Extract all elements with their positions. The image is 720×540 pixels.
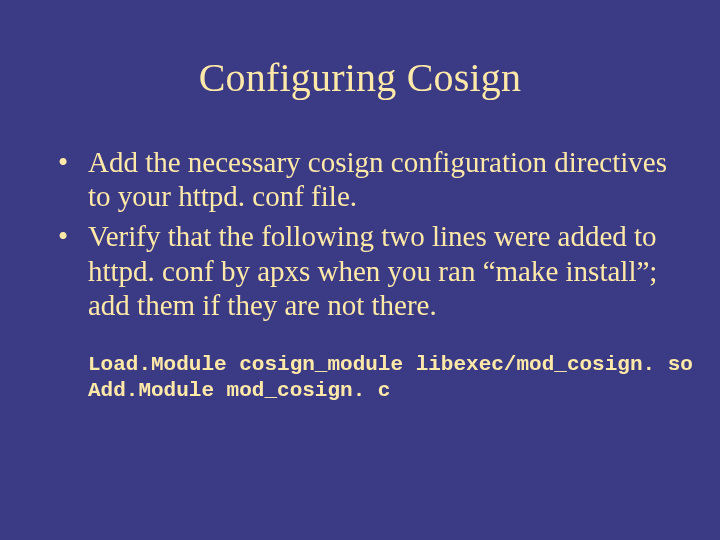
code-block: Load.Module cosign_module libexec/mod_co… bbox=[88, 352, 672, 405]
bullet-list: Add the necessary cosign configuration d… bbox=[48, 145, 672, 322]
list-item: Verify that the following two lines were… bbox=[52, 219, 672, 322]
code-line: Load.Module cosign_module libexec/mod_co… bbox=[88, 353, 693, 376]
slide-title: Configuring Cosign bbox=[48, 54, 672, 101]
code-line: Add.Module mod_cosign. c bbox=[88, 379, 390, 402]
slide: Configuring Cosign Add the necessary cos… bbox=[0, 0, 720, 540]
list-item: Add the necessary cosign configuration d… bbox=[52, 145, 672, 213]
